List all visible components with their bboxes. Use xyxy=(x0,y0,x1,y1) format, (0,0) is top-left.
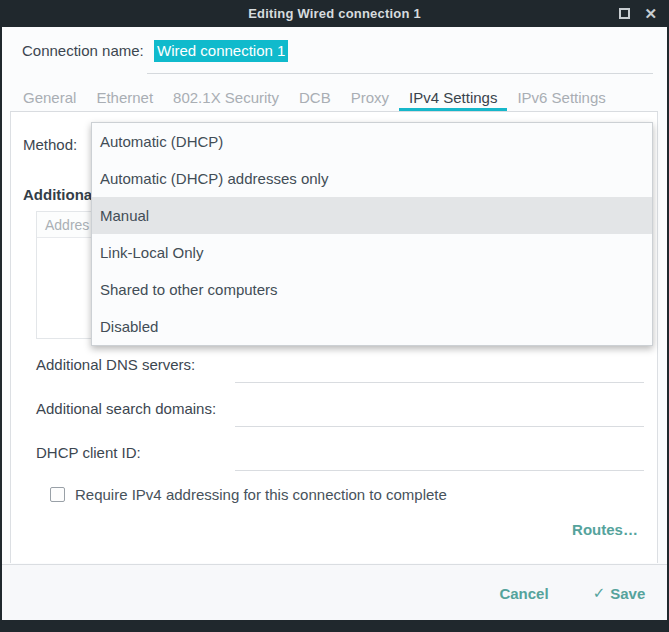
routes-button[interactable]: Routes… xyxy=(557,514,653,544)
save-button[interactable]: ✓ Save xyxy=(583,577,655,609)
method-option-automatic-dhcp[interactable]: Automatic (DHCP) xyxy=(92,123,652,160)
connection-name-label: Connection name: xyxy=(22,42,144,59)
method-option-manual[interactable]: Manual xyxy=(92,197,652,234)
window-titlebar: Editing Wired connection 1 ✕ xyxy=(0,0,669,27)
method-option-disabled[interactable]: Disabled xyxy=(92,308,652,345)
connection-name-selected-text: Wired connection 1 xyxy=(154,40,288,62)
check-icon: ✓ xyxy=(593,584,606,602)
close-icon[interactable]: ✕ xyxy=(644,0,657,27)
tab-ethernet[interactable]: Ethernet xyxy=(86,85,163,111)
method-option-shared[interactable]: Shared to other computers xyxy=(92,271,652,308)
window-bottom-border xyxy=(0,620,669,632)
tab-ipv4-settings[interactable]: IPv4 Settings xyxy=(399,85,507,111)
window-title: Editing Wired connection 1 xyxy=(248,6,421,21)
search-domains-label: Additional search domains: xyxy=(36,400,216,417)
require-ipv4-label: Require IPv4 addressing for this connect… xyxy=(75,486,447,503)
dhcp-client-id-input[interactable] xyxy=(235,447,644,471)
method-dropdown-popup: Automatic (DHCP) Automatic (DHCP) addres… xyxy=(91,122,653,346)
maximize-icon[interactable] xyxy=(619,8,630,19)
tab-ipv6-settings[interactable]: IPv6 Settings xyxy=(507,85,615,111)
tab-proxy[interactable]: Proxy xyxy=(341,85,399,111)
method-option-link-local-only[interactable]: Link-Local Only xyxy=(92,234,652,271)
tab-general[interactable]: General xyxy=(13,85,86,111)
search-domains-input[interactable] xyxy=(235,403,644,427)
action-bar: Cancel ✓ Save xyxy=(0,564,669,620)
method-option-automatic-addresses-only[interactable]: Automatic (DHCP) addresses only xyxy=(92,160,652,197)
dhcp-client-id-label: DHCP client ID: xyxy=(36,444,141,461)
tab-dcb[interactable]: DCB xyxy=(289,85,341,111)
cancel-button[interactable]: Cancel xyxy=(488,577,560,609)
method-label: Method: xyxy=(23,136,77,153)
additional-dns-label: Additional DNS servers: xyxy=(36,356,195,373)
tab-8021x-security[interactable]: 802.1X Security xyxy=(163,85,289,111)
require-ipv4-checkbox[interactable] xyxy=(50,487,65,502)
connection-name-input[interactable]: Wired connection 1 xyxy=(147,38,653,74)
save-button-label: Save xyxy=(610,585,645,602)
window-controls: ✕ xyxy=(619,0,657,27)
additional-addresses-label: Additiona xyxy=(23,186,92,203)
additional-dns-input[interactable] xyxy=(235,359,644,383)
tab-bar: General Ethernet 802.1X Security DCB Pro… xyxy=(10,85,658,112)
